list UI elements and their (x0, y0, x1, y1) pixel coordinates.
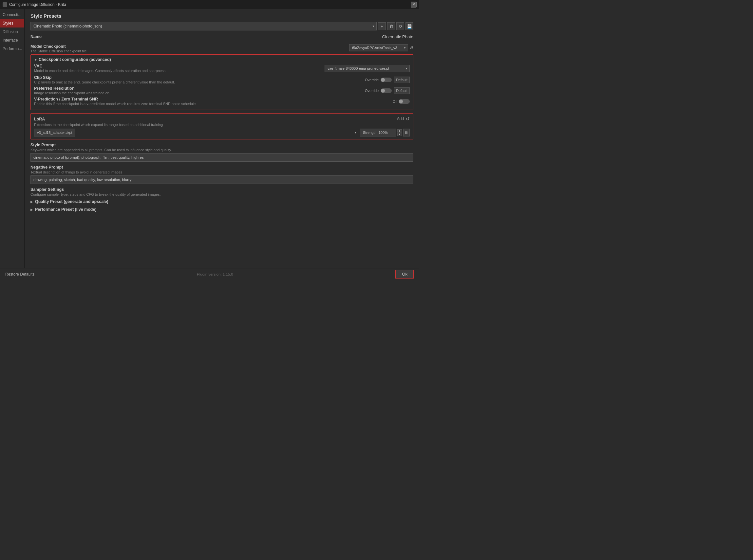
preferred-resolution-override-label: Override (365, 89, 379, 93)
style-prompt-section: Style Prompt Keywords which are appended… (31, 143, 413, 162)
model-checkpoint-desc: The Stable Diffusion checkpoint file (31, 49, 87, 53)
lora-strength-spinner: ▲ ▼ (397, 129, 402, 136)
lora-strength-up[interactable]: ▲ (397, 129, 402, 133)
clip-skip-default-badge: Default (394, 77, 410, 83)
clip-skip-toggle[interactable] (381, 78, 392, 82)
style-prompt-desc: Keywords which are appended to all promp… (31, 148, 413, 152)
sidebar-item-diffusion[interactable]: Diffusion (0, 27, 24, 36)
vae-desc: Model to encode and decode images. Commo… (34, 69, 167, 73)
lora-label-group: LoRA (34, 117, 45, 121)
checkpoint-config-header: ▼ Checkpoint configuration (advanced) (34, 57, 410, 62)
vpred-label: V-Prediction / Zero Terminal SNR (34, 97, 195, 101)
vae-label-group: VAE Model to encode and decode images. C… (34, 64, 167, 73)
name-label: Name (31, 34, 42, 39)
sidebar-item-connecti[interactable]: Connecti... (0, 11, 24, 19)
name-field-row: Name Cinematic Photo (31, 34, 413, 39)
vpred-toggle-group: Off (393, 99, 410, 104)
ok-button[interactable]: Ok (395, 270, 414, 279)
lora-desc: Extensions to the checkpoint which expan… (34, 123, 410, 127)
clip-skip-toggle-knob (381, 78, 385, 82)
model-refresh-button[interactable]: ↺ (409, 45, 413, 51)
clip-skip-label: Clip Skip (34, 75, 175, 80)
refresh-preset-button[interactable]: ↺ (396, 22, 404, 30)
lora-add-button[interactable]: Add (397, 117, 404, 121)
vae-dropdown[interactable]: vae-ft-mse-840000-ema-pruned.vae.pt (325, 65, 410, 72)
sampler-settings-desc: Configure sampler type, steps and CFG to… (31, 193, 413, 196)
vpred-desc: Enable this if the checkpoint is a v-pre… (34, 102, 195, 106)
vpred-toggle[interactable] (399, 99, 410, 104)
preset-dropdown[interactable]: Cinematic Photo (cinematic-photo.json) (31, 22, 376, 31)
lora-strength-input[interactable] (360, 128, 396, 137)
sidebar-item-styles[interactable]: Styles (0, 19, 24, 27)
model-checkpoint-row: Model Checkpoint The Stable Diffusion ch… (31, 44, 413, 53)
preferred-resolution-default-badge: Default (394, 87, 410, 94)
style-prompt-input[interactable] (31, 153, 413, 162)
vpred-row: V-Prediction / Zero Terminal SNR Enable … (34, 97, 410, 106)
negative-prompt-label: Negative Prompt (31, 165, 413, 169)
collapse-arrow-icon[interactable]: ▼ (34, 58, 37, 62)
title-bar: Configure Image Diffusion - Krita ✕ (0, 0, 419, 9)
sidebar-item-interface[interactable]: Interface (0, 36, 24, 44)
model-checkpoint-dropdown[interactable]: t5aZovyaRPGArtistTools_v3 (349, 44, 408, 52)
restore-defaults-button[interactable]: Restore Defaults (5, 272, 34, 277)
lora-header: LoRA Add ↺ (34, 116, 410, 121)
sidebar-item-performa[interactable]: Performa... (0, 44, 24, 53)
sampler-settings-label: Sampler Settings (31, 187, 413, 192)
negative-prompt-desc: Textual description of things to avoid i… (31, 170, 413, 174)
preferred-resolution-toggle-knob (381, 89, 385, 93)
lora-delete-button[interactable]: 🗑 (403, 128, 410, 137)
performance-preset-label: Performance Preset (live mode) (35, 207, 97, 212)
quality-preset-arrow-icon: ▶ (31, 200, 33, 204)
performance-preset-row[interactable]: ▶ Performance Preset (live mode) (31, 206, 413, 213)
lora-section: LoRA Add ↺ Extensions to the checkpoint … (31, 113, 413, 139)
separator-1 (31, 42, 413, 42)
preset-bar: Cinematic Photo (cinematic-photo.json) +… (31, 22, 413, 31)
title-bar-left: Configure Image Diffusion - Krita (3, 2, 66, 7)
vae-field: VAE Model to encode and decode images. C… (34, 64, 410, 73)
checkpoint-config-section: ▼ Checkpoint configuration (advanced) VA… (31, 54, 413, 110)
lora-label: LoRA (34, 117, 45, 121)
close-button[interactable]: ✕ (411, 2, 417, 7)
add-preset-button[interactable]: + (378, 22, 386, 30)
negative-prompt-input[interactable] (31, 176, 413, 184)
page-title: Style Presets (31, 13, 413, 19)
window-title: Configure Image Diffusion - Krita (9, 2, 66, 7)
negative-prompt-section: Negative Prompt Textual description of t… (31, 165, 413, 184)
quality-preset-row[interactable]: ▶ Quality Preset (generate and upscale) (31, 198, 413, 205)
clip-skip-override-group: Override Default (365, 77, 410, 83)
model-checkpoint-label: Model Checkpoint (31, 44, 87, 49)
vae-row: VAE Model to encode and decode images. C… (34, 64, 410, 73)
clip-skip-desc: Clip layers to omit at the end. Some che… (34, 80, 175, 84)
style-prompt-label: Style Prompt (31, 143, 413, 147)
performance-preset-arrow-icon: ▶ (31, 208, 33, 212)
delete-preset-button[interactable]: 🗑 (387, 22, 395, 30)
preferred-resolution-label-group: Preferred Resolution Image resolution th… (34, 86, 110, 95)
name-value: Cinematic Photo (382, 34, 413, 39)
model-checkpoint-label-group: Model Checkpoint The Stable Diffusion ch… (31, 44, 87, 53)
sidebar: Connecti... Styles Diffusion Interface P… (0, 9, 24, 268)
vpred-value-label: Off (393, 100, 397, 103)
lora-refresh-button[interactable]: ↺ (406, 116, 410, 121)
preferred-resolution-label: Preferred Resolution (34, 86, 110, 91)
bottom-bar: Restore Defaults Plugin version: 1.15.0 … (0, 268, 419, 280)
preferred-resolution-override-group: Override Default (365, 87, 410, 94)
model-checkpoint-value-group: t5aZovyaRPGArtistTools_v3 ↺ (349, 44, 413, 52)
clip-skip-row: Clip Skip Clip layers to omit at the end… (34, 75, 410, 84)
quality-preset-label: Quality Preset (generate and upscale) (35, 199, 109, 204)
preferred-resolution-toggle[interactable] (381, 88, 392, 93)
content-area: Style Presets Cinematic Photo (cinematic… (24, 9, 419, 268)
lora-actions: Add ↺ (397, 116, 410, 121)
sampler-settings-section: Sampler Settings Configure sampler type,… (31, 187, 413, 213)
krita-icon (3, 2, 7, 7)
preferred-resolution-desc: Image resolution the checkpoint was trai… (34, 91, 110, 95)
vae-label: VAE (34, 64, 167, 68)
lora-file-dropdown[interactable]: v3_sd15_adapter.ckpt (34, 128, 75, 137)
lora-strength-down[interactable]: ▼ (397, 133, 402, 136)
clip-skip-label-group: Clip Skip Clip layers to omit at the end… (34, 75, 175, 84)
clip-skip-override-label: Override (365, 78, 379, 82)
vpred-toggle-knob (399, 100, 403, 103)
main-layout: Connecti... Styles Diffusion Interface P… (0, 9, 419, 268)
lora-item: v3_sd15_adapter.ckpt ▲ ▼ 🗑 (34, 128, 410, 137)
save-preset-button[interactable]: 💾 (405, 22, 413, 30)
preferred-resolution-row: Preferred Resolution Image resolution th… (34, 86, 410, 95)
